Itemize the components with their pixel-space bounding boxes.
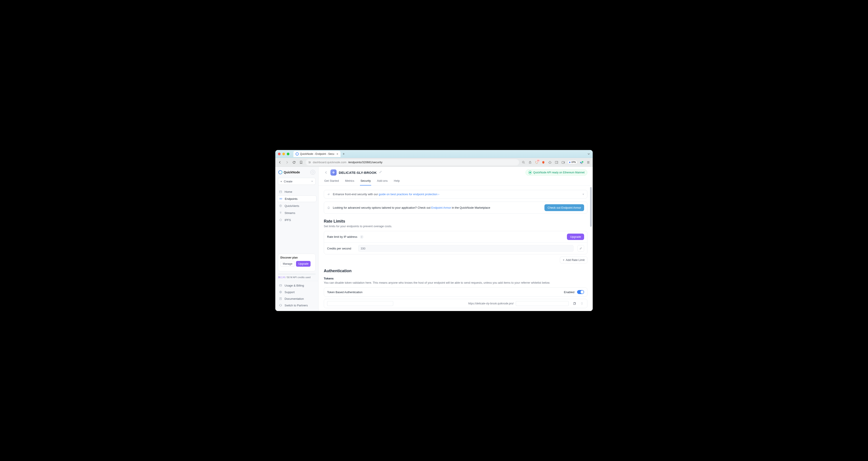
brand[interactable]: QuickNode xyxy=(278,170,300,174)
svg-point-17 xyxy=(280,205,281,206)
ipfs-icon xyxy=(279,218,282,222)
auth-title: Authentication xyxy=(324,269,587,273)
svg-rect-5 xyxy=(555,161,558,164)
page-title: DELICATE-SLY-BROOK xyxy=(339,171,377,174)
rate-limits-card: Rate limit by IP address i Upgrade Credi… xyxy=(324,231,587,254)
url-host: dashboard.quicknode.com xyxy=(313,161,346,164)
upgrade-button[interactable]: Upgrade xyxy=(296,261,311,267)
mac-titlebar: QuickNode - Endpoint - Secu × + xyxy=(275,150,593,158)
rate-limits-subtitle: Set limits for your endpoints to prevent… xyxy=(324,225,587,228)
svg-rect-11 xyxy=(581,163,582,164)
tabs-dropdown-icon[interactable] xyxy=(587,153,590,155)
tab-security[interactable]: Security xyxy=(360,178,371,185)
delete-icon[interactable] xyxy=(580,301,584,306)
back-chevron-icon[interactable] xyxy=(324,170,328,175)
tab-title: QuickNode - Endpoint - Secu xyxy=(300,152,334,155)
rate-limit-ip-label: Rate limit by IP address xyxy=(327,235,357,238)
brave-icon[interactable] xyxy=(541,160,546,165)
sidebar-item-usage[interactable]: Usage & Billing xyxy=(277,282,316,289)
sidebar-item-label: Documentation xyxy=(284,297,304,300)
banner-text: Enhance front-end security with our xyxy=(333,193,379,196)
address-bar[interactable]: dashboard.quicknode.com/endpoints/320681… xyxy=(306,159,519,166)
puzzle-icon[interactable] xyxy=(548,160,552,165)
site-settings-icon[interactable] xyxy=(308,161,311,164)
create-button[interactable]: +Create xyxy=(278,178,316,185)
manage-button[interactable]: Manage xyxy=(280,261,295,267)
armor-text: Looking for advanced security options ta… xyxy=(333,206,431,209)
sidepanel-icon[interactable] xyxy=(554,160,559,165)
sidebar-item-label: Usage & Billing xyxy=(284,284,304,287)
status-badge: QuickNode API ready on Ethereum Mainnet xyxy=(525,169,587,176)
nav-back-button[interactable] xyxy=(278,160,282,165)
traffic-minimize[interactable] xyxy=(282,153,285,155)
tabs: Get Started Metrics Security Add-ons Hel… xyxy=(318,176,593,185)
scrollbar[interactable] xyxy=(590,187,592,309)
reload-button[interactable] xyxy=(291,160,297,165)
token-suffix-input[interactable] xyxy=(516,301,569,306)
svg-point-1 xyxy=(310,162,310,162)
sidebar-item-ipfs[interactable]: IPFS xyxy=(277,217,316,223)
sidebar: QuickNode +Create Home Endpoints QuickAl… xyxy=(275,167,318,311)
tab-help[interactable]: Help xyxy=(394,178,400,185)
url-path: /endpoints/320681/security xyxy=(348,161,382,164)
traffic-close[interactable] xyxy=(278,153,281,155)
credits-progress xyxy=(278,273,316,275)
bookmark-icon[interactable] xyxy=(299,160,304,165)
sidebar-item-endpoints[interactable]: Endpoints xyxy=(277,196,316,202)
credits-text: 30.1 K / 50 M API credits used xyxy=(275,276,318,281)
vpn-badge[interactable]: VPN xyxy=(567,161,577,164)
armor-link[interactable]: Endpoint Armor xyxy=(431,206,451,209)
armor-suffix: in the QuickNode Marketplace xyxy=(451,206,490,209)
tab-get-started[interactable]: Get Started xyxy=(324,178,339,185)
tokens-description: You can disable token validation here. T… xyxy=(324,281,587,284)
menu-icon[interactable] xyxy=(586,160,590,165)
upgrade-rate-button[interactable]: Upgrade xyxy=(567,234,584,240)
info-icon[interactable]: i xyxy=(360,235,364,239)
tba-toggle[interactable] xyxy=(577,290,584,294)
wallet-icon[interactable] xyxy=(561,160,565,165)
doc-icon xyxy=(279,297,282,300)
plan-title: Discover plan xyxy=(280,256,313,259)
chevron-down-icon xyxy=(311,180,313,182)
edit-icon[interactable] xyxy=(379,171,383,174)
svg-point-15 xyxy=(281,198,282,199)
share-icon[interactable] xyxy=(528,160,532,165)
tab-metrics[interactable]: Metrics xyxy=(344,178,355,185)
shield-badge: 10 xyxy=(536,159,540,162)
tab-addons[interactable]: Add-ons xyxy=(376,178,388,185)
guide-link[interactable]: guide on best practices for endpoint pro… xyxy=(379,193,437,196)
sidebar-item-documentation[interactable]: Documentation xyxy=(277,295,316,302)
tba-label: Token Based Authentication xyxy=(327,290,362,294)
sidebar-item-quickalerts[interactable]: QuickAlerts xyxy=(277,202,316,209)
sidebar-item-label: Home xyxy=(284,190,292,194)
svg-point-16 xyxy=(279,205,282,207)
sidebar-item-label: IPFS xyxy=(284,219,291,222)
tba-card: Token Based Authentication Enabled xyxy=(324,287,587,297)
shield-icon[interactable]: 10 xyxy=(534,160,539,165)
browser-tab[interactable]: QuickNode - Endpoint - Secu × xyxy=(293,151,341,157)
sidebar-item-home[interactable]: Home xyxy=(277,189,316,195)
check-armor-button[interactable]: Check out Endpoint Armor xyxy=(545,204,584,211)
svg-rect-30 xyxy=(574,302,575,305)
sidebar-item-support[interactable]: Support xyxy=(277,289,316,295)
sidebar-item-label: Switch to Partners xyxy=(284,304,308,307)
traffic-maximize[interactable] xyxy=(287,153,289,155)
zoom-icon[interactable] xyxy=(521,160,526,165)
new-tab-button[interactable]: + xyxy=(343,152,345,156)
browser-toolbar: dashboard.quicknode.com/endpoints/320681… xyxy=(275,158,593,167)
close-icon[interactable]: × xyxy=(582,193,584,196)
create-label: Create xyxy=(284,180,292,183)
extension-color-icon[interactable] xyxy=(580,160,584,165)
add-rate-limit-button[interactable]: +Add Rate Limit xyxy=(560,257,587,263)
sidebar-item-partners[interactable]: Switch to Partners xyxy=(277,302,316,308)
avatar[interactable] xyxy=(310,170,315,175)
token-value-input[interactable] xyxy=(327,301,393,306)
plan-card: Discover plan Manage Upgrade xyxy=(278,254,316,271)
edit-cps-button[interactable] xyxy=(578,245,584,252)
switch-icon xyxy=(279,304,282,307)
sidebar-item-streams[interactable]: Streams xyxy=(277,209,316,216)
tab-close-icon[interactable]: × xyxy=(336,152,338,156)
copy-icon[interactable] xyxy=(572,301,577,306)
token-url-prefix: https://delicate-sly-brook.quiknode.pro/ xyxy=(468,302,514,305)
nav-forward-button[interactable] xyxy=(284,160,289,165)
